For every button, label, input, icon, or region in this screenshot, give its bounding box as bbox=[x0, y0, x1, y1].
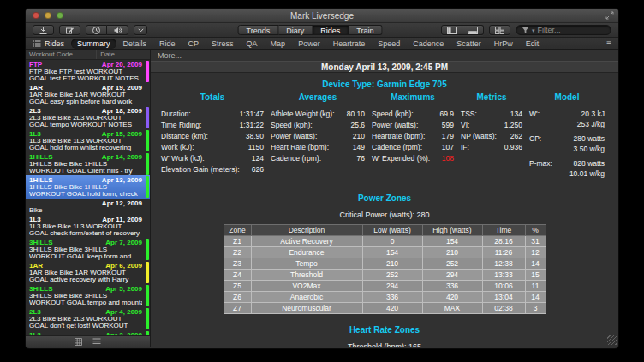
zone-cell: Active Recovery bbox=[251, 236, 362, 247]
workout-item[interactable]: 3HILLSApr 5, 20093HILLS Bike Bike 3HILLS… bbox=[26, 284, 150, 307]
workout-item[interactable]: 1L3Apr 3, 20091L3 Bike Bike 1L3 bbox=[26, 330, 150, 335]
workout-color-bar bbox=[146, 107, 149, 128]
workout-item[interactable]: 1ARApr 6, 20091AR Bike Bike 1AR WORKOUTG… bbox=[26, 261, 150, 284]
zone-cell: 02:38 bbox=[482, 303, 525, 314]
view-tab-ride[interactable]: Ride bbox=[153, 39, 182, 49]
filter-funnel-icon bbox=[522, 27, 529, 34]
view-tab-details[interactable]: Details bbox=[117, 39, 153, 49]
manual-entry-button[interactable] bbox=[59, 25, 80, 35]
zone-row: Z6Anaerobic33642013:0414 bbox=[224, 292, 546, 303]
workout-color-bar bbox=[146, 61, 149, 82]
stat-row: NP (watts):262 bbox=[461, 131, 522, 142]
workout-desc: 2L3 Bike Bike 2L3 WORKOUT bbox=[29, 115, 142, 122]
stat-row: IF:0.936 bbox=[461, 142, 522, 153]
zoom-button[interactable] bbox=[57, 12, 63, 19]
workout-date: Apr 6, 2009 bbox=[105, 263, 142, 270]
stat-row-group: CP:280 watts3.50 w/kg bbox=[529, 134, 605, 154]
toolbar-menu-button[interactable] bbox=[134, 25, 147, 35]
panel-bottom-icon bbox=[468, 27, 478, 34]
view-tab-power[interactable]: Power bbox=[292, 39, 326, 49]
summary-view: More... Monday April 13, 2009, 2:45 PM D… bbox=[151, 50, 618, 347]
tabbar-menu-icon[interactable]: ≡ bbox=[606, 39, 613, 48]
workout-date: Apr 3, 2009 bbox=[105, 332, 142, 335]
stat-label: Power (watts): bbox=[271, 131, 317, 142]
view-tab-qa[interactable]: QA bbox=[241, 39, 264, 49]
stat-value: 262 bbox=[510, 131, 522, 142]
view-tab-edit[interactable]: Edit bbox=[520, 39, 546, 49]
stat-value: 149 bbox=[353, 142, 365, 153]
workout-date: Apr 20, 2009 bbox=[102, 62, 142, 68]
toolbar-toggle-group bbox=[86, 25, 128, 35]
stat-row: TSS:134 bbox=[461, 109, 522, 120]
workout-color-bar bbox=[146, 176, 149, 198]
view-tab-hrpw[interactable]: HrPw bbox=[488, 39, 519, 49]
fullscreen-icon[interactable] bbox=[605, 11, 614, 20]
traffic-lights bbox=[33, 12, 63, 19]
list-view-icon[interactable] bbox=[92, 338, 101, 345]
column-header-date[interactable]: Date bbox=[97, 50, 150, 58]
grid-view-icon[interactable] bbox=[75, 338, 82, 346]
filter-chevron-icon: ▾ bbox=[532, 27, 535, 33]
sidebar-toggle-button[interactable] bbox=[441, 25, 462, 35]
power-zones-table: ZoneDescriptionLow (watts)High (watts)Ti… bbox=[224, 224, 546, 314]
toolbar-tab-rides[interactable]: Rides bbox=[313, 25, 349, 35]
resize-grip[interactable] bbox=[607, 335, 617, 345]
stat-value: 69.9 bbox=[439, 109, 454, 120]
view-tab-cp[interactable]: CP bbox=[182, 39, 206, 49]
view-tab-map[interactable]: Map bbox=[265, 39, 292, 49]
tile-view-button[interactable] bbox=[489, 25, 510, 35]
stat-label: W': bbox=[529, 109, 540, 120]
stat-value: 280 watts bbox=[574, 134, 605, 145]
lowbar-toggle-button[interactable] bbox=[462, 25, 484, 35]
stat-label: Heartrate (bpm): bbox=[372, 131, 425, 142]
workout-item[interactable]: 1L3Apr 15, 20091L3 Bike Bike 1L3 WORKOUT… bbox=[26, 129, 150, 152]
stat-row: W':20.3 kJ bbox=[529, 109, 605, 120]
stat-value: 1:31:22 bbox=[240, 120, 264, 131]
toolbar-tab-train[interactable]: Train bbox=[349, 25, 382, 35]
zone-cell: Z4 bbox=[224, 270, 251, 281]
zone-row: Z5VO2Max29433610:0611 bbox=[224, 281, 546, 292]
workout-item[interactable]: FTPApr 20, 2009FTP Bike FTP test WORKOUT… bbox=[26, 60, 150, 83]
stat-row-group: P-max:828 watts10.01 w/kg bbox=[529, 158, 605, 179]
zone-cell: Z7 bbox=[224, 303, 251, 314]
import-ride-button[interactable] bbox=[33, 25, 54, 35]
zone-cell: 0 bbox=[362, 236, 422, 247]
audio-button[interactable] bbox=[107, 25, 128, 35]
view-tab-cadence[interactable]: Cadence bbox=[407, 39, 450, 49]
workout-item[interactable]: Apr 12, 2009Bike bbox=[26, 199, 150, 215]
view-tab-stress[interactable]: Stress bbox=[206, 39, 240, 49]
scope-selector[interactable]: Rides bbox=[31, 39, 70, 48]
stat-label: Speed (kph): bbox=[271, 120, 313, 131]
workout-item[interactable]: 3HILLSApr 7, 20093HILLS Bike Bike 3HILLS… bbox=[26, 238, 150, 261]
workout-date: Apr 4, 2009 bbox=[105, 309, 142, 316]
workout-color-bar bbox=[146, 239, 149, 260]
view-tab-heartrate[interactable]: Heartrate bbox=[327, 39, 372, 49]
filter-input[interactable]: ▾ Filter... bbox=[516, 25, 611, 35]
minimize-button[interactable] bbox=[45, 12, 51, 19]
stat-label: Cadence (rpm): bbox=[271, 153, 321, 164]
column-header-workout-code[interactable]: Workout Code bbox=[26, 50, 97, 59]
view-tab-scatter[interactable]: Scatter bbox=[450, 39, 487, 49]
workout-item[interactable]: 1HILLSApr 13, 20091HILLS Bike Bike 1HILL… bbox=[26, 175, 150, 199]
stat-section-totals: TotalsDuration:1:31:47Time Riding:1:31:2… bbox=[161, 89, 264, 183]
zone-cell: Z2 bbox=[224, 247, 251, 258]
view-tab-speed[interactable]: Speed bbox=[372, 39, 406, 49]
workout-item[interactable]: 2L3Apr 18, 20092L3 Bike Bike 2L3 WORKOUT… bbox=[26, 106, 150, 129]
zone-cell: Z6 bbox=[224, 292, 251, 303]
zone-cell: Z5 bbox=[224, 281, 251, 292]
toolbar-tab-trends[interactable]: Trends bbox=[238, 25, 279, 35]
history-button[interactable] bbox=[86, 25, 107, 35]
workout-code: 1AR bbox=[29, 85, 43, 92]
zone-cell: 336 bbox=[362, 292, 422, 303]
workout-item[interactable]: 1L3Apr 11, 20091L3 Bike Bike 1L3 WORKOUT… bbox=[26, 215, 150, 238]
close-button[interactable] bbox=[33, 12, 39, 19]
workout-item[interactable]: 1HILLSApr 14, 20091HILLS Bike Bike 1HILL… bbox=[26, 152, 150, 175]
workout-item[interactable]: 2L3Apr 4, 20092L3 Bike Bike 2L3 WORKOUTG… bbox=[26, 307, 150, 330]
workout-desc: GOAL check form/extent of recovery bbox=[29, 230, 142, 237]
more-link[interactable]: More... bbox=[151, 50, 618, 61]
view-tab-summary[interactable]: Summary bbox=[71, 39, 116, 49]
stat-section-metrics: MetricsTSS:134VI:1.250NP (watts):262IF:0… bbox=[461, 89, 522, 183]
workout-item[interactable]: 1ARApr 19, 20091AR Bike Bike 1AR WORKOUT… bbox=[26, 83, 150, 106]
toolbar-tab-diary[interactable]: Diary bbox=[278, 25, 313, 35]
workout-desc: 3HILLS Bike Bike 3HILLS bbox=[29, 246, 142, 253]
